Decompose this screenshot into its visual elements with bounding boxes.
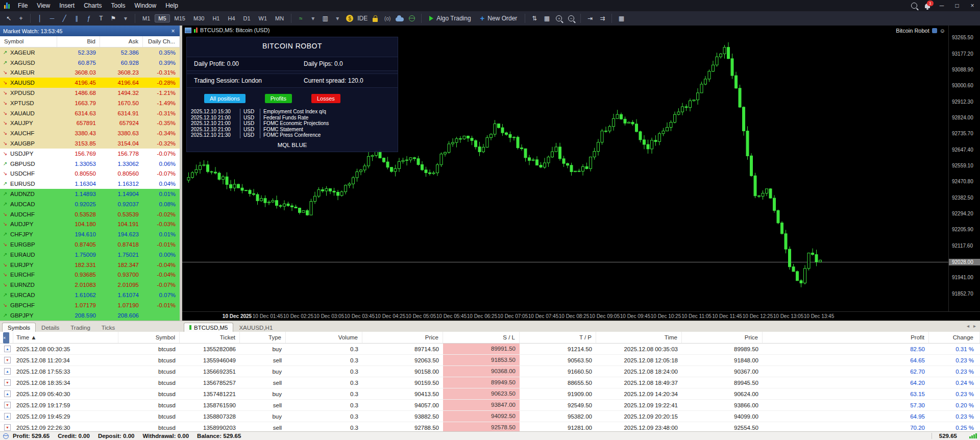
menu-item-insert[interactable]: Insert bbox=[55, 0, 79, 11]
history-column-profit[interactable]: Profit bbox=[763, 332, 929, 343]
history-row[interactable]: ▼2025.12.09 19:17:59btcusd1358761590sell… bbox=[0, 400, 980, 411]
auto-scroll-icon[interactable]: ⇉ bbox=[597, 13, 608, 23]
timeframe-m15-button[interactable]: M15 bbox=[171, 14, 189, 22]
timeframe-mn-button[interactable]: MN bbox=[272, 14, 287, 22]
column-header-bid[interactable]: Bid bbox=[57, 36, 100, 47]
horizontal-line-icon[interactable]: ─ bbox=[46, 13, 58, 23]
history-column-type[interactable]: Type bbox=[240, 332, 286, 343]
new-order-button[interactable]: +New Order bbox=[476, 13, 522, 24]
menu-item-tools[interactable]: Tools bbox=[107, 0, 130, 11]
minimize-button[interactable]: ─ bbox=[934, 0, 949, 11]
menu-item-file[interactable]: File bbox=[13, 0, 32, 11]
market-watch-header[interactable]: SymbolBidAskDaily Ch... bbox=[0, 36, 180, 47]
history-column-volume[interactable]: Volume bbox=[286, 332, 362, 343]
market-watch-tab-ticks[interactable]: Ticks bbox=[96, 323, 120, 332]
market-watch-row[interactable]: ↘XPTUSD1663.791670.50-1.49% bbox=[0, 98, 180, 108]
market-watch-row[interactable]: ↗CHFJPY194.610194.6230.01% bbox=[0, 229, 180, 239]
expert-advisor-label[interactable]: Bitcoin Robot ☺ bbox=[896, 28, 945, 34]
menu-item-charts[interactable]: Charts bbox=[79, 0, 106, 11]
market-watch-row[interactable]: ↗AUDNZD1.148931.149040.01% bbox=[0, 189, 180, 199]
tile-windows-icon[interactable]: ▦ bbox=[541, 13, 552, 23]
robot-button-all-positions[interactable]: All positions bbox=[204, 94, 246, 103]
zoom-in-button[interactable]: + bbox=[553, 13, 565, 23]
price-axis[interactable]: 92028.00 93265.5093177.2093088.9093000.6… bbox=[948, 26, 980, 311]
market-watch-row[interactable]: ↘XPDUSD1486.681494.32-1.21% bbox=[0, 88, 180, 98]
search-button[interactable] bbox=[908, 0, 921, 11]
history-column-symbol[interactable]: Symbol bbox=[118, 332, 180, 343]
history-column-change[interactable]: Change bbox=[929, 332, 980, 343]
column-header-symbol[interactable]: Symbol bbox=[0, 36, 57, 47]
algo-trading-button[interactable]: Algo Trading bbox=[425, 13, 475, 24]
cloud-button[interactable] bbox=[394, 13, 405, 23]
timeframe-h1-button[interactable]: H1 bbox=[209, 14, 223, 22]
history-column-ticket[interactable]: Ticket bbox=[180, 332, 240, 343]
market-watch-row[interactable]: ↘XAUAUD6314.636314.91-0.31% bbox=[0, 108, 180, 118]
cursor-icon[interactable]: ↖ bbox=[3, 13, 14, 23]
timeframe-d1-button[interactable]: D1 bbox=[240, 14, 254, 22]
history-row[interactable]: ▼2025.12.08 18:35:34btcusd1356785257sell… bbox=[0, 377, 980, 388]
notifications-button[interactable]: 1 bbox=[921, 0, 934, 11]
chart-tab-btcusd-m5[interactable]: BTCUSD,M5 bbox=[184, 323, 233, 332]
chart-tab-xauusd-h1[interactable]: XAUUSD,H1 bbox=[233, 323, 278, 332]
objects-dropdown-icon[interactable]: ▾ bbox=[120, 13, 131, 23]
market-watch-row[interactable]: ↗XAGEUR52.33952.3860.35% bbox=[0, 47, 180, 58]
chart-window[interactable]: BTCUSD,M5: Bitcoin (USD) Bitcoin Robot ☺… bbox=[182, 26, 980, 321]
menu-item-help[interactable]: Help bbox=[161, 0, 183, 11]
market-watch-row[interactable]: ↘GBPCHF1.071791.07190-0.01% bbox=[0, 300, 180, 310]
history-row[interactable]: ▼2025.12.08 11:20:34btcusd1355946049sell… bbox=[0, 355, 980, 366]
history-row[interactable]: ▲2025.12.08 17:55:33btcusd1356692351buy0… bbox=[0, 366, 980, 377]
column-header-ask[interactable]: Ask bbox=[100, 36, 143, 47]
record-button[interactable]: (o) bbox=[382, 13, 393, 23]
market-watch-tab-symbols[interactable]: Symbols bbox=[2, 323, 36, 332]
tabs-scroll-left-button[interactable]: ◂ bbox=[967, 323, 969, 329]
history-row[interactable]: ▲2025.12.08 00:30:35btcusd1355282086buy0… bbox=[0, 344, 980, 355]
history-column-time[interactable]: Time ▲ bbox=[13, 332, 118, 343]
market-watch-row[interactable]: ↘EURCHF0.936850.93700-0.04% bbox=[0, 270, 180, 280]
tabs-scroll-right-button[interactable]: ▸ bbox=[973, 323, 976, 329]
market-watch-row[interactable]: ↘USDJPY156.769156.778-0.07% bbox=[0, 149, 180, 159]
crosshair-icon[interactable]: + bbox=[15, 13, 27, 23]
market-watch-row[interactable]: ↗AUDCAD0.920250.920370.08% bbox=[0, 199, 180, 209]
toolbox-close-button[interactable]: × bbox=[3, 332, 10, 344]
history-row[interactable]: ▼2025.12.09 22:26:30btcusd1358990203sell… bbox=[0, 422, 980, 431]
history-row[interactable]: ▲2025.12.09 19:45:29btcusd1358807328buy0… bbox=[0, 411, 980, 422]
history-column-time[interactable]: Time bbox=[596, 332, 682, 343]
timeframe-m5-button[interactable]: M5 bbox=[155, 14, 169, 22]
market-watch-row[interactable]: ↘XAUUSD4196.454196.64-0.28% bbox=[0, 78, 180, 88]
market-watch-row[interactable]: ↘XAUGBP3153.853154.04-0.32% bbox=[0, 138, 180, 149]
lock-button[interactable] bbox=[370, 13, 381, 23]
arrange-windows-icon[interactable]: ⇅ bbox=[529, 13, 540, 23]
column-header-daily-ch-[interactable]: Daily Ch... bbox=[143, 36, 180, 47]
arrows-icon[interactable]: ⚑ bbox=[108, 13, 119, 23]
trendline-icon[interactable]: ╱ bbox=[59, 13, 70, 23]
vertical-line-icon[interactable]: │ bbox=[34, 13, 45, 23]
timeframe-w1-button[interactable]: W1 bbox=[255, 14, 271, 22]
market-watch-row[interactable]: ↘AUDJPY104.180104.191-0.03% bbox=[0, 219, 180, 230]
market-watch-tab-details[interactable]: Details bbox=[36, 323, 65, 332]
history-column-price[interactable]: Price bbox=[362, 332, 443, 343]
timeframe-m1-button[interactable]: M1 bbox=[139, 14, 154, 22]
text-icon[interactable]: T bbox=[95, 13, 107, 23]
chart-type-dropdown-icon[interactable]: ▾ bbox=[332, 13, 343, 23]
menu-item-window[interactable]: Window bbox=[130, 0, 161, 11]
time-axis[interactable]: 10 Dec 202510 Dec 01:4510 Dec 02:2510 De… bbox=[182, 311, 980, 321]
market-watch-row[interactable]: ↗EURUSD1.163041.163120.04% bbox=[0, 179, 180, 189]
history-column-t-p[interactable]: T / P bbox=[520, 332, 596, 343]
market-watch-row[interactable]: ↗EURCAD1.610621.610740.07% bbox=[0, 290, 180, 300]
history-row[interactable]: ▲2025.12.09 05:40:30btcusd1357481221buy0… bbox=[0, 388, 980, 400]
market-watch-row[interactable]: ↘AUDCHF0.535280.53539-0.02% bbox=[0, 209, 180, 219]
chart-type-icon[interactable]: ▥ bbox=[320, 13, 331, 23]
timeframe-h4-button[interactable]: H4 bbox=[224, 14, 238, 22]
market-watch-row[interactable]: ↘XAUJPY657891657924-0.35% bbox=[0, 118, 180, 129]
history-column-s-l[interactable]: S / L bbox=[443, 332, 520, 343]
indicators-dropdown-icon[interactable]: ▾ bbox=[307, 13, 318, 23]
robot-button-losses[interactable]: Losses bbox=[311, 94, 340, 103]
community-button[interactable] bbox=[406, 13, 418, 23]
chart-shift-icon[interactable]: ⇥ bbox=[584, 13, 596, 23]
indicators-icon[interactable]: ≈ bbox=[295, 13, 306, 23]
market-watch-row[interactable]: ↘EURGBP0.874050.87418-0.01% bbox=[0, 239, 180, 250]
market-watch-tab-trading[interactable]: Trading bbox=[65, 323, 96, 332]
data-window-icon[interactable]: ▦ bbox=[616, 13, 627, 23]
market-watch-row[interactable]: ↗XAGUSD60.87560.9280.39% bbox=[0, 58, 180, 68]
market-watch-row[interactable]: ↗GBPJPY208.590208.606 bbox=[0, 310, 180, 321]
